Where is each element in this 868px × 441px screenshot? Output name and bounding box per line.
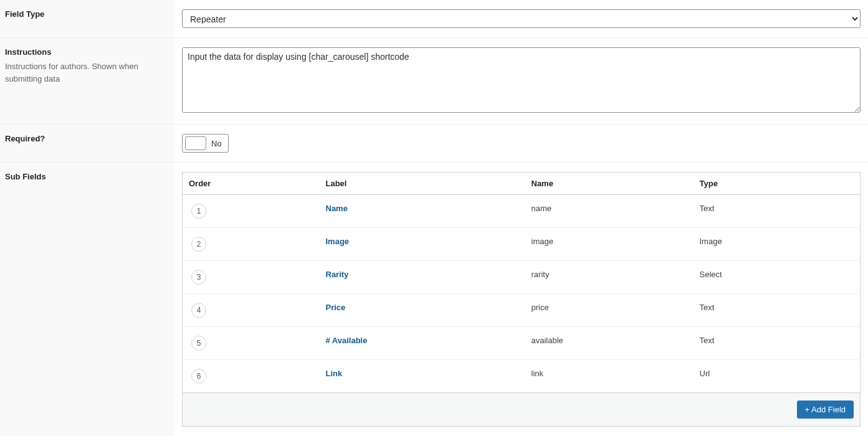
cell-order: 1: [183, 195, 320, 228]
subfields-title: Sub Fields: [5, 172, 167, 181]
cell-type: Text: [694, 195, 861, 228]
cell-label: Link: [320, 360, 525, 393]
cell-label: Price: [320, 294, 525, 327]
cell-name: name: [525, 195, 694, 228]
cell-type: Select: [694, 261, 861, 294]
row-required: Required? No: [0, 125, 868, 163]
toggle-handle: [185, 136, 206, 150]
cell-type: Url: [694, 360, 861, 393]
field-label-link[interactable]: Price: [326, 303, 346, 312]
header-name: Name: [525, 173, 694, 195]
table-row[interactable]: 6LinklinkUrl: [183, 360, 861, 393]
cell-name: image: [525, 228, 694, 261]
instructions-desc: Instructions for authors. Shown when sub…: [5, 60, 167, 85]
field-label-link[interactable]: # Available: [326, 336, 368, 345]
row-body-field-type: Repeater: [174, 0, 868, 37]
row-subfields: Sub Fields Order Label Name Type 1Namena…: [0, 163, 868, 436]
cell-name: rarity: [525, 261, 694, 294]
cell-order: 2: [183, 228, 320, 261]
instructions-textarea[interactable]: [182, 47, 861, 113]
required-toggle-label: No: [211, 139, 222, 148]
row-body-instructions: [174, 38, 868, 124]
cell-order: 4: [183, 294, 320, 327]
order-badge[interactable]: 3: [191, 270, 206, 285]
field-label-link[interactable]: Link: [326, 369, 343, 378]
order-badge[interactable]: 4: [191, 303, 206, 318]
cell-label: # Available: [320, 327, 525, 360]
order-badge[interactable]: 5: [191, 336, 206, 351]
cell-type: Text: [694, 327, 861, 360]
row-body-subfields: Order Label Name Type 1NamenameText2Imag…: [174, 163, 868, 436]
field-type-title: Field Type: [5, 9, 167, 19]
required-title: Required?: [5, 134, 167, 143]
row-field-type: Field Type Repeater: [0, 0, 868, 38]
cell-order: 5: [183, 327, 320, 360]
table-footer-cell: + Add Field: [183, 393, 861, 427]
add-field-button[interactable]: + Add Field: [797, 401, 854, 419]
cell-order: 3: [183, 261, 320, 294]
cell-label: Image: [320, 228, 525, 261]
field-label-link[interactable]: Rarity: [326, 270, 349, 279]
row-label-instructions: Instructions Instructions for authors. S…: [0, 38, 174, 124]
subfields-header-row: Order Label Name Type: [183, 173, 861, 195]
header-label: Label: [320, 173, 525, 195]
row-body-required: No: [174, 125, 868, 162]
header-type: Type: [694, 173, 861, 195]
order-badge[interactable]: 1: [191, 204, 206, 219]
order-badge[interactable]: 6: [191, 369, 206, 384]
required-toggle[interactable]: No: [182, 134, 229, 153]
cell-label: Name: [320, 195, 525, 228]
row-label-required: Required?: [0, 125, 174, 162]
table-footer: + Add Field: [183, 393, 861, 427]
cell-order: 6: [183, 360, 320, 393]
row-label-field-type: Field Type: [0, 0, 174, 37]
table-row[interactable]: 4PricepriceText: [183, 294, 861, 327]
cell-type: Image: [694, 228, 861, 261]
table-row[interactable]: 5# AvailableavailableText: [183, 327, 861, 360]
cell-label: Rarity: [320, 261, 525, 294]
cell-name: price: [525, 294, 694, 327]
field-label-link[interactable]: Name: [326, 204, 348, 213]
header-order: Order: [183, 173, 320, 195]
field-type-select[interactable]: Repeater: [182, 9, 861, 28]
table-row[interactable]: 3RarityraritySelect: [183, 261, 861, 294]
field-label-link[interactable]: Image: [326, 237, 350, 246]
cell-name: available: [525, 327, 694, 360]
order-badge[interactable]: 2: [191, 237, 206, 252]
cell-name: link: [525, 360, 694, 393]
cell-type: Text: [694, 294, 861, 327]
table-row[interactable]: 1NamenameText: [183, 195, 861, 228]
row-label-subfields: Sub Fields: [0, 163, 174, 436]
instructions-title: Instructions: [5, 47, 167, 57]
row-instructions: Instructions Instructions for authors. S…: [0, 38, 868, 125]
subfields-table: Order Label Name Type 1NamenameText2Imag…: [182, 172, 861, 427]
table-row[interactable]: 2ImageimageImage: [183, 228, 861, 261]
